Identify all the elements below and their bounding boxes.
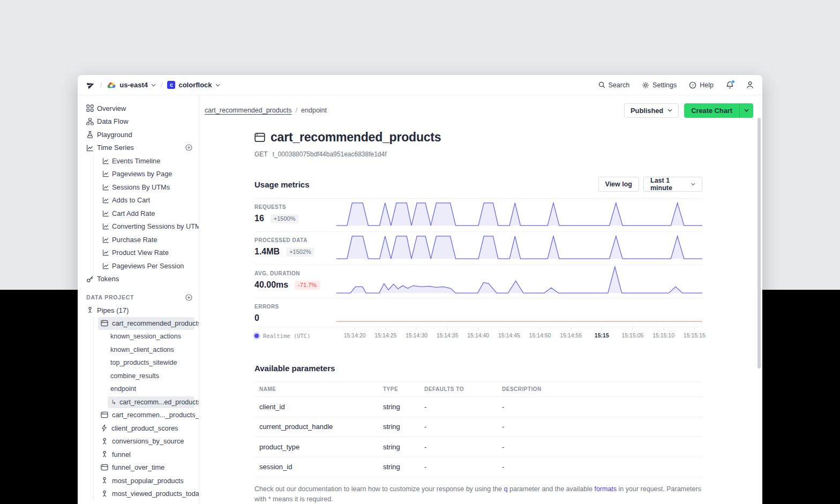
view-log-button[interactable]: View log	[598, 177, 639, 192]
published-dropdown[interactable]: Published	[624, 103, 679, 118]
param-type: string	[383, 403, 424, 411]
sidebar-item-known-session-actions[interactable]: known_session_actions	[98, 330, 194, 343]
data-project-header: DATA PROJECT	[82, 291, 194, 304]
main-scrollbar[interactable]	[758, 118, 761, 368]
time-tick-label: 15:14:35	[437, 332, 459, 338]
sidebar-item-pipes[interactable]: Pipes (17)	[82, 304, 194, 317]
sidebar-item-cart-recommen-products-v3[interactable]: cart_recommen..._products_v3	[98, 409, 194, 422]
chevron-down-icon	[215, 84, 220, 87]
tick-mark	[385, 327, 386, 330]
sidebar-item-cart-recommended-products[interactable]: cart_recommended_products	[98, 317, 194, 330]
sidebar-item-funnel[interactable]: funnel	[98, 448, 194, 461]
sidebar-item-data-flow[interactable]: Data Flow	[82, 115, 194, 129]
workspace-selector[interactable]: c colorflock	[167, 81, 220, 89]
sidebar-item-most-viewed-products-today[interactable]: most_viewed_products_today	[98, 487, 194, 501]
sidebar-item-label: most_viewed_products_today	[112, 490, 199, 498]
region-selector[interactable]: us-east4	[107, 81, 156, 89]
metric-label: PROCESSED DATA	[254, 237, 336, 243]
pipe-icon	[101, 438, 108, 445]
sidebar-item-top-products-sitewide[interactable]: top_products_sitewide	[98, 356, 194, 370]
metric-label: AVG. DURATION	[254, 270, 336, 276]
breadcrumb-separator: /	[296, 107, 297, 114]
parameters-footnote: Check out our documentation to learn how…	[254, 484, 702, 504]
gear-icon	[642, 81, 649, 89]
endpoint-icon	[101, 411, 108, 418]
tick-mark	[540, 327, 541, 330]
param-default: -	[424, 423, 502, 431]
tick-mark	[416, 327, 417, 330]
time-range-label: Last 1 minute	[650, 177, 687, 192]
chevron-down-icon	[691, 183, 695, 186]
workspace-avatar: c	[167, 81, 175, 89]
sidebar-item-endpoint[interactable]: endpoint	[98, 382, 194, 396]
create-chart-caret-button[interactable]	[739, 103, 753, 118]
tick-mark	[355, 327, 355, 330]
sidebar-item-label: Time Series	[97, 144, 182, 152]
table-row: current_product_handlestring--	[254, 417, 702, 438]
sidebar-item-product-view-rate[interactable]: Product View Rate	[102, 246, 194, 260]
breadcrumb-parent-link[interactable]: cart_recommended_products	[205, 107, 292, 114]
metric-value: 16	[254, 214, 264, 223]
http-method: GET	[254, 151, 268, 158]
sidebar-item-purchase-rate[interactable]: Purchase Rate	[102, 233, 194, 246]
sidebar-item-adds-to-cart[interactable]: Adds to Cart	[102, 194, 194, 207]
time-tick: 15:14:45	[498, 327, 520, 338]
sidebar-item-pageviews-per-session[interactable]: Pageviews Per Session	[102, 259, 194, 273]
add-data-project-button[interactable]	[185, 294, 192, 301]
sidebar-item-pageviews-by-page[interactable]: Pageviews by Page	[102, 168, 194, 181]
sidebar-item-known-client-actions[interactable]: known_client_actions	[98, 343, 194, 357]
param-description: -	[502, 463, 702, 471]
time-tick-label: 15:14:20	[344, 332, 366, 338]
sidebar-item-tokens[interactable]: Tokens	[82, 273, 194, 286]
main-panel: cart_recommended_products / endpoint Pub…	[199, 95, 762, 504]
realtime-indicator-dot	[254, 334, 259, 338]
help-icon: ?	[689, 81, 696, 89]
user-icon	[746, 81, 754, 89]
realtime-label: Realtime (UTC)	[263, 333, 311, 339]
column-header-type: TYPE	[383, 386, 424, 392]
notifications-button[interactable]	[726, 81, 734, 89]
metric-row-errors: ERRORS0	[254, 298, 702, 327]
time-tick: 15:14:40	[467, 327, 489, 338]
formats-link[interactable]: formats	[594, 485, 617, 493]
tick-mark	[571, 327, 571, 330]
metric-value: 1.4MB	[254, 247, 280, 257]
sidebar-item-sessions-by-utms[interactable]: Sessions By UTMs	[102, 180, 194, 194]
add-time-series-button[interactable]	[185, 144, 192, 151]
settings-button[interactable]: Settings	[642, 81, 677, 89]
sidebar-item-cart-add-rate[interactable]: Cart Add Rate	[102, 207, 194, 220]
create-chart-button[interactable]: Create Chart	[684, 103, 739, 118]
breadcrumb-current: endpoint	[301, 107, 327, 114]
sidebar-item-time-series[interactable]: Time Series	[82, 141, 194, 155]
sidebar-item-playground[interactable]: Playground	[82, 128, 194, 141]
help-button[interactable]: ? Help	[689, 81, 714, 89]
endpoint-icon	[101, 464, 108, 471]
sidebar-item-most-popular-products[interactable]: most_popular_products	[98, 474, 194, 487]
metric-value-row: 16+1500%	[254, 214, 336, 223]
sidebar-item-combine-results[interactable]: combine_results	[98, 370, 194, 383]
tick-mark	[602, 327, 602, 330]
time-range-dropdown[interactable]: Last 1 minute	[643, 177, 702, 192]
sidebar-item-funnel-over-time[interactable]: funnel_over_time	[98, 461, 194, 475]
sidebar-item-overview[interactable]: Overview	[82, 102, 194, 115]
sidebar-item-client-product-scores[interactable]: client_product_scores	[98, 422, 194, 435]
metric-value: 40.00ms	[254, 280, 288, 290]
q-parameter-link[interactable]: q	[504, 485, 508, 493]
endpoint-icon	[254, 132, 265, 142]
time-tick: 15:15:10	[652, 327, 674, 338]
metric-info: REQUESTS16+1500%	[254, 199, 336, 231]
key-icon	[86, 275, 94, 283]
time-tick-label: 15:14:50	[529, 332, 551, 338]
user-menu-button[interactable]	[746, 81, 754, 89]
search-button[interactable]: Search	[598, 81, 630, 89]
metric-row-processed-data: PROCESSED DATA1.4MB+1502%	[254, 232, 702, 265]
param-name: session_id	[254, 463, 383, 471]
view-log-label: View log	[605, 180, 632, 188]
sidebar-item-cart-recomm-ed-products[interactable]: ↳cart_recomm...ed_products	[108, 396, 194, 408]
sidebar-item-conversions-by-source[interactable]: conversions_by_source	[98, 435, 194, 448]
sidebar-item-converting-sessions-by-utm[interactable]: Converting Sessions by UTM	[102, 220, 194, 234]
app-logo-icon[interactable]	[86, 80, 95, 89]
pipe-icon	[101, 490, 108, 498]
sidebar-item-events-timeline[interactable]: Events Timeline	[102, 154, 194, 168]
endpoint-token[interactable]: t_000388075bdf44ba951eac6838fe1d4f	[273, 151, 387, 158]
